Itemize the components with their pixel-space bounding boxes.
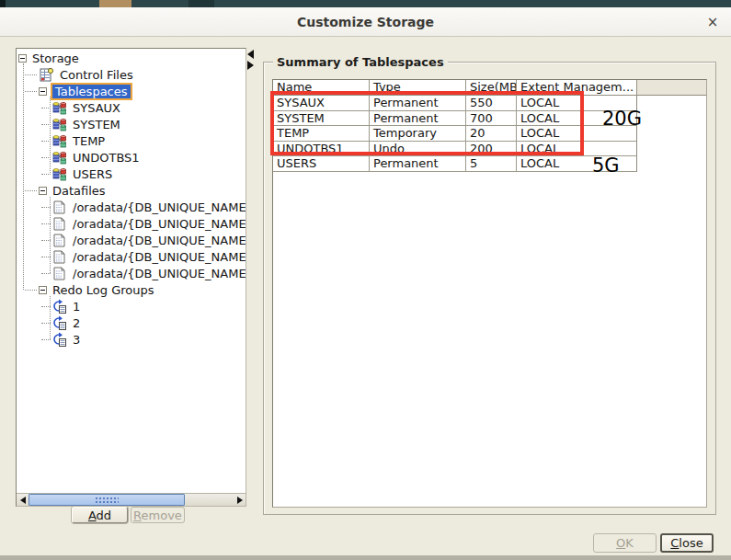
table-row-undotbs1[interactable]: UNDOTBS1 Undo 200 LOCAL bbox=[273, 142, 638, 157]
table-row-system[interactable]: SYSTEM Permanent 700 LOCAL bbox=[273, 111, 638, 127]
close-button-label: Close bbox=[670, 536, 702, 550]
tree-item-system[interactable]: SYSTEM bbox=[17, 116, 246, 132]
tree-item-label[interactable]: USERS bbox=[71, 167, 114, 181]
tree-item-control-files[interactable]: Control Files bbox=[17, 66, 246, 83]
column-header-name[interactable]: Name bbox=[273, 80, 370, 96]
summary-groupbox-title: Summary of Tablespaces bbox=[273, 55, 448, 69]
add-button[interactable]: Add bbox=[72, 507, 128, 523]
tree-item-label[interactable]: UNDOTBS1 bbox=[71, 151, 142, 165]
cell-size: 200 bbox=[466, 142, 517, 157]
tree-item-label[interactable]: /oradata/{DB_UNIQUE_NAME}/sy bbox=[71, 200, 246, 214]
tablespace-icon bbox=[51, 133, 67, 149]
tree-item-redo-group-3[interactable]: 3 bbox=[17, 331, 246, 348]
table-row-sysaux[interactable]: SYSAUX Permanent 550 LOCAL bbox=[273, 96, 638, 111]
tree-item-tablespaces[interactable]: Tablespaces bbox=[17, 83, 246, 99]
annotation-size-note-20g: 20G bbox=[602, 108, 642, 130]
tree-item-label[interactable]: 2 bbox=[71, 316, 82, 330]
tree-item-label[interactable]: Control Files bbox=[58, 68, 135, 82]
remove-button[interactable]: Remove bbox=[131, 507, 185, 523]
tree-item-label[interactable]: 1 bbox=[71, 300, 82, 314]
tree-item-label[interactable]: SYSTEM bbox=[71, 118, 122, 131]
tree-item-redo-log-groups[interactable]: Redo Log Groups bbox=[17, 281, 246, 298]
cell-name: USERS bbox=[273, 156, 370, 172]
tree-item-label[interactable]: SYSAUX bbox=[71, 101, 122, 115]
desktop-background-strip bbox=[0, 0, 731, 7]
window-title: Customize Storage bbox=[297, 15, 434, 29]
tree-item-label[interactable]: Storage bbox=[30, 51, 81, 65]
column-header-type[interactable]: Type bbox=[370, 80, 466, 96]
tree-item-label[interactable]: Datafiles bbox=[51, 184, 108, 198]
tree-item-label[interactable]: /oradata/{DB_UNIQUE_NAME}/sy bbox=[71, 234, 246, 247]
collapse-expander-icon[interactable] bbox=[18, 54, 27, 63]
storage-tree-panel: Storage Control Files Tablespaces SYSAUX… bbox=[16, 48, 246, 507]
tablespace-icon bbox=[51, 150, 67, 166]
redo-log-icon bbox=[51, 332, 67, 348]
storage-tree: Storage Control Files Tablespaces SYSAUX… bbox=[17, 50, 246, 348]
scrollbar-thumb[interactable] bbox=[29, 494, 185, 506]
scroll-right-arrow-icon[interactable] bbox=[234, 494, 246, 506]
splitter-collapse-left-icon[interactable] bbox=[247, 50, 254, 59]
window-bottom-edge bbox=[0, 555, 731, 560]
customize-storage-dialog: Customize Storage × Storage Control File… bbox=[0, 0, 731, 560]
tree-item-label[interactable]: TEMP bbox=[71, 134, 107, 148]
tree-item-label-selected[interactable]: Tablespaces bbox=[51, 83, 132, 100]
splitter-expand-right-icon[interactable] bbox=[247, 61, 254, 70]
desktop-segment bbox=[99, 0, 131, 7]
tree-item-label[interactable]: /oradata/{DB_UNIQUE_NAME}/us bbox=[71, 217, 246, 231]
cell-type: Permanent bbox=[370, 111, 466, 127]
header-filler bbox=[637, 80, 706, 96]
table-row-users[interactable]: USERS Permanent 5 LOCAL bbox=[273, 156, 638, 172]
cell-size: 550 bbox=[466, 96, 517, 111]
tree-item-label[interactable]: /oradata/{DB_UNIQUE_NAME}/un bbox=[71, 267, 246, 280]
table-body: SYSAUX Permanent 550 LOCAL SYSTEM Perman… bbox=[273, 96, 638, 172]
close-button[interactable]: Close bbox=[660, 533, 714, 553]
tree-item-datafile[interactable]: /oradata/{DB_UNIQUE_NAME}/un bbox=[17, 265, 246, 281]
annotation-size-note-5g: 5G bbox=[592, 154, 620, 177]
remove-button-label: Remove bbox=[133, 509, 182, 522]
cell-name: TEMP bbox=[273, 126, 370, 142]
column-header-extent-management[interactable]: Extent Managem... bbox=[517, 80, 637, 96]
tree-item-storage[interactable]: Storage bbox=[17, 50, 246, 66]
cell-size: 700 bbox=[466, 111, 517, 127]
tree-item-datafile[interactable]: /oradata/{DB_UNIQUE_NAME}/te bbox=[17, 248, 246, 265]
tree-item-temp[interactable]: TEMP bbox=[17, 132, 246, 149]
tree-item-label[interactable]: Redo Log Groups bbox=[51, 283, 156, 297]
scroll-left-arrow-icon[interactable] bbox=[17, 494, 29, 506]
collapse-expander-icon[interactable] bbox=[39, 87, 47, 96]
column-header-size[interactable]: Size(MB) bbox=[466, 80, 517, 96]
tablespace-icon bbox=[51, 117, 67, 132]
tree-item-datafile[interactable]: /oradata/{DB_UNIQUE_NAME}/sy bbox=[17, 232, 246, 248]
cell-type: Permanent bbox=[370, 96, 466, 111]
tablespaces-table: Name Type Size(MB) Extent Managem... SYS… bbox=[272, 79, 707, 508]
scrollbar-grip bbox=[95, 497, 119, 504]
collapse-expander-icon[interactable] bbox=[39, 286, 47, 294]
desktop-segment bbox=[0, 0, 6, 7]
cell-type: Temporary bbox=[370, 126, 466, 142]
table-row-temp[interactable]: TEMP Temporary 20 LOCAL bbox=[273, 126, 638, 142]
datafile-icon bbox=[51, 216, 67, 232]
tree-item-label[interactable]: 3 bbox=[71, 333, 82, 347]
cell-name: UNDOTBS1 bbox=[273, 142, 370, 157]
cell-size: 20 bbox=[466, 126, 517, 142]
tree-item-users[interactable]: USERS bbox=[17, 166, 246, 182]
cell-type: Undo bbox=[370, 142, 466, 157]
redo-log-icon bbox=[51, 299, 67, 314]
tree-item-datafile[interactable]: /oradata/{DB_UNIQUE_NAME}/us bbox=[17, 215, 246, 232]
tree-item-datafile[interactable]: /oradata/{DB_UNIQUE_NAME}/sy bbox=[17, 199, 246, 215]
cell-type: Permanent bbox=[370, 156, 466, 172]
collapse-expander-icon[interactable] bbox=[39, 187, 47, 195]
tablespace-icon bbox=[51, 100, 67, 116]
tree-item-redo-group-1[interactable]: 1 bbox=[17, 298, 246, 314]
tree-item-datafiles[interactable]: Datafiles bbox=[17, 182, 246, 199]
tree-item-label[interactable]: /oradata/{DB_UNIQUE_NAME}/te bbox=[71, 250, 246, 264]
tree-item-sysaux[interactable]: SYSAUX bbox=[17, 99, 246, 116]
tree-horizontal-scrollbar[interactable] bbox=[17, 493, 246, 506]
datafile-icon bbox=[51, 200, 67, 215]
control-files-icon bbox=[39, 67, 54, 83]
tree-item-undotbs1[interactable]: UNDOTBS1 bbox=[17, 149, 246, 166]
window-close-icon[interactable]: × bbox=[702, 7, 724, 37]
tablespace-icon bbox=[51, 166, 67, 182]
ok-button[interactable]: OK bbox=[593, 533, 657, 553]
cell-size: 5 bbox=[466, 156, 517, 172]
tree-item-redo-group-2[interactable]: 2 bbox=[17, 314, 246, 331]
